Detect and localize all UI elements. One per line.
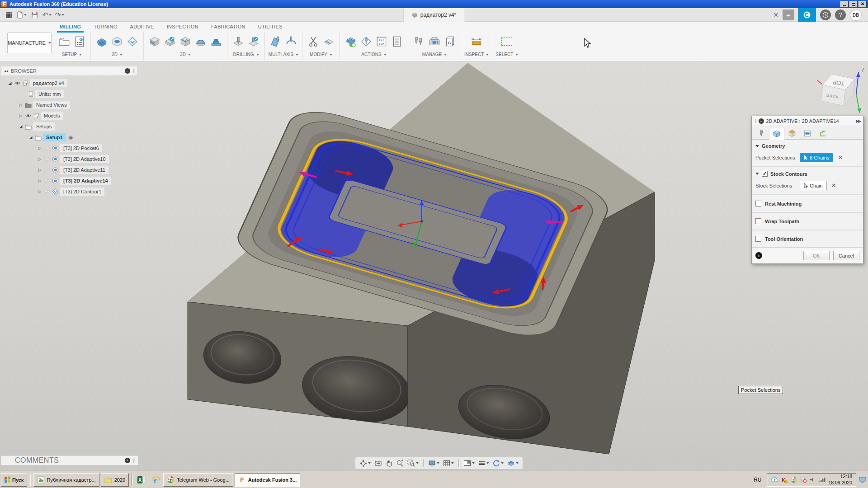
browser-panel-header[interactable]: ◂◂ BROWSER − ∥ bbox=[1, 66, 137, 76]
tree-item-models[interactable]: ▷ Models bbox=[1, 110, 137, 121]
tree-item-label[interactable]: Named Views bbox=[33, 101, 70, 109]
section-collapse-icon[interactable] bbox=[755, 145, 759, 147]
window-zoom-icon[interactable] bbox=[406, 459, 420, 468]
tree-item-label[interactable]: [T3] 2D Contour1 bbox=[60, 188, 104, 196]
tree-item-label[interactable]: [T3] 2D Adaptive14 bbox=[60, 177, 111, 185]
expander-icon[interactable]: ◢ bbox=[18, 124, 24, 129]
language-indicator[interactable]: RU bbox=[751, 477, 764, 483]
group-label-manage[interactable]: MANAGE bbox=[422, 52, 447, 57]
collapse-panel-icon[interactable]: ◂◂ bbox=[4, 69, 8, 73]
regenerate-icon[interactable] bbox=[491, 459, 505, 468]
tab-heights[interactable] bbox=[784, 127, 800, 139]
task-cadastre-window[interactable]: Публичная кадастр... bbox=[33, 473, 99, 487]
visibility-off-icon[interactable] bbox=[44, 188, 51, 195]
tree-item-setups[interactable]: ◢ Setups bbox=[1, 121, 137, 132]
chrome-tray-icon[interactable] bbox=[791, 477, 797, 483]
tree-item-op-contour1[interactable]: ▷ [T3] 2D Contour1 bbox=[1, 186, 137, 197]
comments-bar[interactable]: COMMENTS + ∥ bbox=[1, 455, 138, 465]
tree-item-op-adaptive14[interactable]: ▷ [T3] 2D Adaptive14 bbox=[1, 175, 137, 186]
tree-item-label[interactable]: Models bbox=[41, 112, 63, 120]
simulate-icon[interactable] bbox=[344, 35, 357, 48]
tab-utilities[interactable]: UTILITIES bbox=[252, 22, 289, 31]
2d-contour-icon[interactable] bbox=[126, 35, 139, 48]
volume-icon[interactable] bbox=[810, 477, 816, 483]
post-g1g2-icon[interactable]: G1G2 bbox=[375, 35, 388, 48]
zoom-icon[interactable] bbox=[395, 459, 405, 468]
orbit-icon[interactable] bbox=[358, 459, 372, 468]
expander-icon[interactable]: ▷ bbox=[37, 168, 42, 172]
panel-grip-icon[interactable]: ∥ bbox=[133, 458, 135, 463]
drill-icon[interactable] bbox=[232, 35, 245, 48]
tree-item-units[interactable]: Units: mm bbox=[1, 89, 137, 99]
tool-orientation-checkbox[interactable] bbox=[755, 236, 761, 242]
swarf-icon[interactable] bbox=[269, 35, 282, 48]
new-document-tab-icon[interactable]: + bbox=[783, 9, 794, 20]
expander-icon[interactable]: ◢ bbox=[7, 81, 13, 85]
dialog-header[interactable]: ∥ − 2D ADAPTIVE : 2D ADAPTIVE14 ▶▶ bbox=[752, 116, 863, 126]
stock-selections-button[interactable]: Chain bbox=[800, 181, 827, 190]
tree-item-label[interactable]: [T3] 2D Adaptive10 bbox=[60, 155, 109, 163]
grid-and-snaps-icon[interactable] bbox=[442, 459, 455, 468]
excel-icon[interactable]: X bbox=[135, 473, 148, 487]
parallel-toolpath-icon[interactable] bbox=[179, 35, 192, 48]
adaptive-clearing-icon[interactable] bbox=[148, 35, 161, 48]
restore-button[interactable] bbox=[849, 1, 858, 7]
expander-icon[interactable]: ◢ bbox=[28, 135, 33, 140]
undo-icon[interactable]: ↶ bbox=[42, 9, 52, 20]
tab-fabrication[interactable]: FABRICATION bbox=[205, 22, 252, 31]
tree-item-op-adaptive11[interactable]: ▷ [T3] 2D Adaptive11 bbox=[1, 164, 137, 175]
task-fusion360-window[interactable]: F Autodesk Fusion 3... bbox=[235, 473, 301, 487]
visibility-off-icon[interactable] bbox=[44, 178, 51, 184]
clear-selection-icon[interactable]: ✕ bbox=[838, 154, 843, 161]
visibility-eye-icon[interactable] bbox=[25, 113, 32, 119]
visibility-layers-icon[interactable] bbox=[477, 459, 491, 467]
stock-contours-section-header[interactable]: ✓ Stock Contours bbox=[752, 167, 863, 178]
ok-button[interactable]: OK bbox=[803, 251, 830, 260]
tree-item-label[interactable]: [T3] 2D Adaptive11 bbox=[60, 166, 108, 174]
scallop-toolpath-icon[interactable] bbox=[194, 35, 207, 48]
help-icon[interactable]: ? bbox=[835, 9, 846, 20]
tab-passes[interactable] bbox=[800, 127, 815, 139]
visibility-off-icon[interactable] bbox=[44, 156, 51, 162]
visibility-off-icon[interactable] bbox=[44, 145, 51, 151]
tree-item-setup1[interactable]: ◢ Setup1 ◉ bbox=[1, 132, 137, 143]
pocket-selections-button[interactable]: 8 Chains bbox=[800, 153, 833, 162]
tree-item-label[interactable]: Setups bbox=[33, 122, 55, 131]
cloud-sync-icon[interactable] bbox=[771, 477, 778, 483]
close-document-icon[interactable]: ✕ bbox=[773, 11, 778, 19]
visibility-eye-icon[interactable] bbox=[14, 80, 21, 86]
effects-icon[interactable] bbox=[506, 459, 520, 468]
group-label-actions[interactable]: ACTIONS bbox=[361, 52, 386, 57]
view-cube[interactable]: TOP BACK Z bbox=[816, 65, 866, 117]
tab-inspection[interactable]: INSPECTION bbox=[160, 22, 205, 31]
measure-icon[interactable] bbox=[470, 35, 483, 48]
expander-icon[interactable]: ▷ bbox=[37, 178, 42, 183]
redo-icon[interactable]: ↷ bbox=[54, 9, 65, 20]
tab-tool[interactable] bbox=[754, 127, 769, 139]
show-desktop-icon[interactable] bbox=[859, 476, 867, 483]
tree-item-named-views[interactable]: ▷ Named Views bbox=[1, 99, 137, 110]
tab-geometry[interactable] bbox=[769, 128, 784, 140]
network-signal-icon[interactable] bbox=[818, 477, 826, 483]
kaspersky-icon[interactable]: K! bbox=[781, 477, 788, 483]
task-2020-folder[interactable]: 2020 bbox=[101, 473, 129, 487]
task-telegram-chrome-window[interactable]: Telegram Web - Goog... bbox=[163, 473, 233, 487]
viewport-3d[interactable]: TOP BACK Z ◂◂ BROWSER − ∥ ◢ радиатор2 v4 bbox=[0, 61, 868, 471]
spiral-toolpath-icon[interactable] bbox=[210, 35, 222, 48]
group-label-3d[interactable]: 3D bbox=[180, 52, 191, 57]
group-label-modify[interactable]: MODIFY bbox=[310, 52, 332, 57]
wrap-toolpath-row[interactable]: Wrap Toolpath bbox=[752, 213, 863, 230]
tab-linking[interactable] bbox=[815, 127, 830, 139]
group-label-select[interactable]: SELECT bbox=[495, 52, 518, 57]
save-icon[interactable] bbox=[29, 9, 40, 20]
tool-library-icon[interactable] bbox=[413, 35, 425, 48]
machine-library-icon[interactable] bbox=[428, 35, 441, 48]
info-icon[interactable]: i bbox=[755, 252, 762, 259]
notifications-icon[interactable] bbox=[820, 9, 831, 20]
pan-icon[interactable] bbox=[384, 459, 394, 468]
expander-icon[interactable]: ▷ bbox=[18, 103, 24, 107]
rest-machining-checkbox[interactable] bbox=[755, 201, 761, 206]
clear-selection-icon[interactable]: ✕ bbox=[831, 182, 836, 189]
comments-add-icon[interactable]: + bbox=[125, 458, 130, 463]
group-label-setup[interactable]: SETUP bbox=[62, 52, 82, 57]
